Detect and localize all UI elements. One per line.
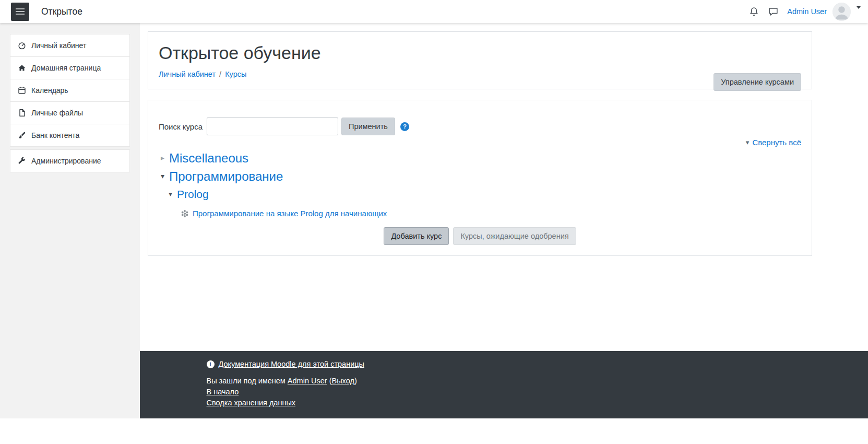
hamburger-icon xyxy=(16,8,25,9)
logout-paren-close: ) xyxy=(354,377,357,385)
add-course-button[interactable]: Добавить курс xyxy=(384,227,449,245)
sidebar-item-label: Администрирование xyxy=(31,157,101,165)
search-course-label: Поиск курса xyxy=(159,122,203,131)
collapse-all-label: Свернуть всё xyxy=(752,138,801,147)
course-search-row: Поиск курса Применить ? xyxy=(159,118,801,135)
collapse-all-link[interactable]: ▾ Свернуть всё xyxy=(746,138,801,147)
subcategory-row-prolog: ▾ Prolog xyxy=(167,185,801,203)
breadcrumb: Личный кабинет/Курсы xyxy=(159,70,801,78)
logout-link[interactable]: Выход xyxy=(331,377,354,385)
course-row: Программирование на языке Prolog для нач… xyxy=(181,209,801,218)
breadcrumb-dashboard-link[interactable]: Личный кабинет xyxy=(159,70,216,78)
category-link-miscellaneous[interactable]: Miscellaneous xyxy=(169,149,248,167)
help-icon[interactable]: ? xyxy=(400,122,409,131)
top-navbar: Открытое Admin User xyxy=(0,0,868,23)
sidebar-item-site-administration[interactable]: Администрирование xyxy=(10,149,130,172)
breadcrumb-courses-link[interactable]: Курсы xyxy=(225,70,246,78)
sidebar-item-label: Банк контента xyxy=(31,131,79,139)
category-link-programming[interactable]: Программирование xyxy=(169,167,283,185)
footer-user-link[interactable]: Admin User xyxy=(288,377,327,385)
footer-home-link[interactable]: В начало xyxy=(207,388,239,396)
category-tree: ▸ Miscellaneous ▾ Программирование ▾ Pro… xyxy=(159,149,801,218)
brush-icon xyxy=(17,131,26,139)
logged-in-line: Вы зашли под именем Admin User (Выход) xyxy=(207,376,802,387)
home-icon xyxy=(17,64,26,72)
sidebar-item-home[interactable]: Домашняя страница xyxy=(10,56,130,79)
sidebar-item-private-files[interactable]: Личные файлы xyxy=(10,101,130,124)
category-row-programming: ▾ Программирование xyxy=(159,167,801,185)
hamburger-menu-button[interactable] xyxy=(11,3,29,21)
course-link-prolog-beginners[interactable]: Программирование на языке Prolog для нач… xyxy=(193,209,387,218)
messages-icon[interactable] xyxy=(764,7,783,17)
user-avatar[interactable] xyxy=(833,3,851,21)
info-icon: i xyxy=(207,360,215,368)
collapse-all-caret-icon: ▾ xyxy=(746,138,750,146)
category-actions: Добавить курс Курсы, ожидающие одобрения xyxy=(159,227,801,245)
site-title-link[interactable]: Открытое xyxy=(41,6,82,17)
pending-courses-button[interactable]: Курсы, ожидающие одобрения xyxy=(453,227,576,245)
course-categories-card: Поиск курса Применить ? ▾ Свернуть всё ▸… xyxy=(148,100,812,256)
subcategory-link-prolog[interactable]: Prolog xyxy=(177,185,209,203)
apply-search-button[interactable]: Применить xyxy=(341,118,395,135)
sidebar-item-dashboard[interactable]: Личный кабинет xyxy=(10,34,130,57)
category-row-miscellaneous: ▸ Miscellaneous xyxy=(159,149,801,167)
data-retention-line: Сводка хранения данных xyxy=(207,398,802,408)
sidebar-item-label: Домашняя страница xyxy=(31,64,101,72)
main-region: Открытое обучение Личный кабинет/Курсы У… xyxy=(140,23,868,351)
content-column: Открытое обучение Личный кабинет/Курсы У… xyxy=(140,23,868,418)
sidebar-item-label: Календарь xyxy=(31,86,68,95)
breadcrumb-separator: / xyxy=(219,70,221,78)
navbar-right: Admin User xyxy=(744,0,861,23)
page-title: Открытое обучение xyxy=(159,43,801,63)
footer-content: i Документация Moodle для этой страницы … xyxy=(207,351,802,408)
course-search-input[interactable] xyxy=(207,118,338,135)
sidebar-item-calendar[interactable]: Календарь xyxy=(10,79,130,102)
notifications-bell-icon[interactable] xyxy=(744,7,764,17)
docs-line: i Документация Moodle для этой страницы xyxy=(207,360,802,368)
sidebar-item-label: Личный кабинет xyxy=(31,41,86,50)
page-layout: Личный кабинет Домашняя страница Календа… xyxy=(0,23,868,418)
moodle-docs-link[interactable]: Документация Moodle для этой страницы xyxy=(219,360,365,368)
user-name-link[interactable]: Admin User xyxy=(787,7,827,16)
page-header-card: Открытое обучение Личный кабинет/Курсы У… xyxy=(148,31,812,89)
page-footer: i Документация Moodle для этой страницы … xyxy=(140,351,868,418)
dashboard-icon xyxy=(17,41,26,50)
collapse-toggle-icon[interactable]: ▾ xyxy=(159,167,167,185)
calendar-icon xyxy=(17,86,26,95)
collapse-toggle-icon[interactable]: ▾ xyxy=(167,185,174,203)
wrench-icon xyxy=(17,157,26,165)
logged-in-prefix: Вы зашли под именем xyxy=(207,377,286,385)
user-menu-caret-icon[interactable] xyxy=(857,6,861,9)
manage-courses-button[interactable]: Управление курсами xyxy=(714,73,801,91)
home-line: В начало xyxy=(207,387,802,398)
expand-toggle-icon[interactable]: ▸ xyxy=(159,149,167,167)
sidebar-item-label: Личные файлы xyxy=(31,109,83,117)
course-icon xyxy=(181,209,189,218)
data-retention-link[interactable]: Сводка хранения данных xyxy=(207,399,296,407)
file-icon xyxy=(17,109,26,117)
nav-drawer: Личный кабинет Домашняя страница Календа… xyxy=(0,23,140,418)
sidebar-item-content-bank[interactable]: Банк контента xyxy=(10,124,130,147)
